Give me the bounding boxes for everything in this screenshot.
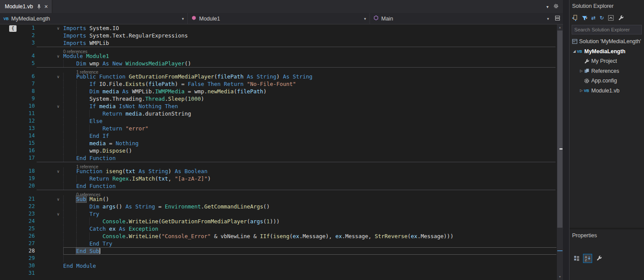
close-icon[interactable]: ×	[44, 3, 48, 10]
glyph-margin[interactable]	[0, 182, 19, 190]
line-body[interactable]: Console.WriteLine(GetDurationFromMediaPl…	[63, 218, 563, 225]
filter-icon[interactable]: ▾	[582, 15, 587, 21]
code-editor[interactable]: { 1∨Imports System.IO2Imports System.Tex…	[0, 24, 563, 280]
codelens-references[interactable]: 1 reference	[0, 162, 563, 167]
fold-chevron-icon[interactable]: ∨	[53, 24, 63, 32]
line-body[interactable]: Console.WriteLine("Console_Error" & vbNe…	[63, 232, 563, 240]
code-line[interactable]: 6∨Public Function GetDurationFromMediaPl…	[0, 73, 563, 80]
expand-arrow-icon[interactable]: ▷	[579, 69, 584, 73]
split-window-icon[interactable]	[555, 15, 560, 22]
line-body[interactable]: Return media.durationString	[63, 110, 563, 117]
glyph-margin[interactable]	[0, 125, 19, 132]
line-body[interactable]: Function iseng(txt As String) As Boolean	[63, 167, 563, 175]
codelens-references[interactable]: 0 references	[0, 190, 563, 195]
glyph-margin[interactable]	[0, 262, 19, 270]
glyph-margin[interactable]	[0, 203, 19, 210]
code-line[interactable]: 7If IO.File.Exists(filePath) = False The…	[0, 80, 563, 88]
line-body[interactable]	[63, 255, 563, 262]
scroll-down-icon[interactable]: ▼	[557, 274, 563, 280]
glyph-margin[interactable]	[0, 110, 19, 117]
code-line[interactable]: 30End Module	[0, 262, 563, 270]
line-body[interactable]: wmp.Dispose()	[63, 147, 563, 154]
glyph-margin[interactable]	[0, 210, 19, 218]
code-line[interactable]: 19Return Regex.IsMatch(txt, "[a-zA-Z]")	[0, 175, 563, 182]
line-body[interactable]	[63, 270, 563, 277]
codelens-references[interactable]: 0 references	[0, 47, 563, 52]
line-body[interactable]: Public Function GetDurationFromMediaPlay…	[63, 73, 563, 80]
line-body[interactable]: System.Threading.Thread.Sleep(1000)	[63, 95, 563, 102]
glyph-margin[interactable]	[0, 102, 19, 110]
glyph-margin[interactable]	[0, 154, 19, 162]
code-line[interactable]: 28End Sub	[0, 247, 563, 255]
refresh-icon[interactable]: ↻	[600, 15, 604, 21]
project-dropdown[interactable]: VB MyMediaLength ▾	[0, 13, 187, 24]
glyph-margin[interactable]	[0, 247, 19, 255]
active-files-dropdown-icon[interactable]: ▾	[546, 4, 549, 9]
glyph-margin[interactable]	[0, 167, 19, 175]
categorized-icon[interactable]	[572, 254, 581, 263]
glyph-margin[interactable]	[0, 218, 19, 225]
code-line[interactable]: 17End Function	[0, 154, 563, 162]
code-line[interactable]: 9System.Threading.Thread.Sleep(1000)	[0, 95, 563, 102]
line-body[interactable]: Return Regex.IsMatch(txt, "[a-zA-Z]")	[63, 175, 563, 182]
expand-arrow-icon[interactable]: ▷	[579, 89, 584, 92]
code-line[interactable]: 25Catch ex As Exception	[0, 225, 563, 232]
vertical-scrollbar[interactable]: ▲ ▼	[556, 24, 563, 280]
tree-item[interactable]: ▷References	[569, 66, 644, 76]
glyph-margin[interactable]	[0, 117, 19, 125]
line-body[interactable]: End Module	[63, 262, 563, 270]
line-body[interactable]: If media IsNot Nothing Then	[63, 102, 563, 110]
code-line[interactable]: 4∨Module Module1	[0, 52, 563, 60]
code-line[interactable]: 21∨Sub Main()	[0, 195, 563, 203]
line-body[interactable]: Try	[63, 210, 563, 218]
glyph-margin[interactable]	[0, 255, 19, 262]
code-line[interactable]: 22Dim args() As String = Environment.Get…	[0, 203, 563, 210]
gutter-brace-icon[interactable]: {	[9, 25, 17, 32]
glyph-margin[interactable]	[0, 195, 19, 203]
glyph-margin[interactable]	[0, 140, 19, 147]
code-line[interactable]: 12Else	[0, 117, 563, 125]
scrollbar-thumb[interactable]	[557, 31, 563, 228]
code-line[interactable]: 2Imports System.Text.RegularExpressions	[0, 32, 563, 39]
tree-item[interactable]: App.config	[569, 76, 644, 86]
line-body[interactable]: End Function	[63, 182, 563, 190]
line-body[interactable]: Return "error"	[63, 125, 563, 132]
code-line[interactable]: 23∨Try	[0, 210, 563, 218]
code-line[interactable]: 13Return "error"	[0, 125, 563, 132]
code-line[interactable]: 3Imports WMPLib	[0, 39, 563, 47]
glyph-margin[interactable]	[0, 60, 19, 67]
code-line[interactable]: 15media = Nothing	[0, 140, 563, 147]
code-line[interactable]: 5Dim wmp As New WindowsMediaPlayer()	[0, 60, 563, 67]
glyph-margin[interactable]	[0, 225, 19, 232]
glyph-margin[interactable]	[0, 73, 19, 80]
code-line[interactable]: 26Console.WriteLine("Console_Error" & vb…	[0, 232, 563, 240]
line-body[interactable]: End Try	[63, 240, 563, 247]
member-dropdown[interactable]: Main ▾	[369, 13, 552, 24]
line-body[interactable]: Dim media As WMPLib.IWMPMedia = wmp.newM…	[63, 88, 563, 95]
line-body[interactable]: End Sub	[63, 247, 563, 255]
line-body[interactable]: Imports WMPLib	[63, 39, 563, 47]
tree-item[interactable]: My Project	[569, 56, 644, 66]
tree-item[interactable]: ◢VBMyMediaLength	[569, 47, 644, 57]
line-body[interactable]: End Function	[63, 154, 563, 162]
line-body[interactable]: Module Module1	[63, 52, 563, 60]
pin-icon[interactable]	[37, 4, 41, 10]
code-line[interactable]: 1∨Imports System.IO	[0, 24, 563, 32]
glyph-margin[interactable]	[0, 80, 19, 88]
code-line[interactable]: 10∨If media IsNot Nothing Then	[0, 102, 563, 110]
glyph-margin[interactable]	[0, 88, 19, 95]
switch-views-icon[interactable]: ⇄	[591, 15, 596, 21]
glyph-margin[interactable]	[0, 240, 19, 247]
glyph-margin[interactable]	[0, 95, 19, 102]
code-line[interactable]: 27End Try	[0, 240, 563, 247]
type-dropdown[interactable]: Module1 ▾	[187, 13, 369, 24]
line-body[interactable]: Dim wmp As New WindowsMediaPlayer()	[63, 60, 563, 67]
code-line[interactable]: 14End If	[0, 132, 563, 140]
code-line[interactable]: 16wmp.Dispose()	[0, 147, 563, 154]
glyph-margin[interactable]	[0, 147, 19, 154]
glyph-margin[interactable]	[0, 270, 19, 277]
scroll-up-icon[interactable]: ▲	[557, 24, 563, 31]
line-body[interactable]: End If	[63, 132, 563, 140]
line-body[interactable]: Imports System.Text.RegularExpressions	[63, 32, 563, 39]
expand-arrow-icon[interactable]: ◢	[572, 49, 577, 53]
